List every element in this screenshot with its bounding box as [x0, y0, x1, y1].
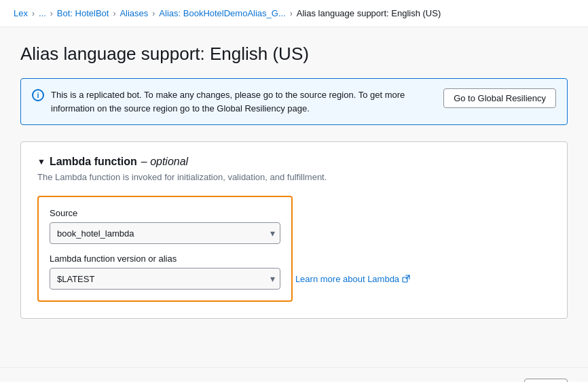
- source-select[interactable]: book_hotel_lambda: [50, 222, 280, 244]
- version-alias-select[interactable]: $LATEST: [50, 268, 280, 290]
- learn-more-text: Learn more about Lambda: [295, 274, 399, 284]
- save-button[interactable]: Save: [524, 379, 568, 382]
- cancel-button[interactable]: Cancel: [470, 379, 516, 382]
- breadcrumb-sep-2: ›: [50, 9, 53, 18]
- version-alias-label: Lambda function version or alias: [50, 254, 280, 264]
- breadcrumb-alias-name[interactable]: Alias: BookHotelDemoAlias_G...: [159, 8, 285, 18]
- version-select-wrapper: $LATEST ▾: [50, 268, 280, 290]
- section-title: Lambda function: [50, 156, 137, 168]
- lambda-section-card: ▼ Lambda function – optional The Lambda …: [20, 141, 568, 319]
- source-select-wrapper: book_hotel_lambda ▾: [50, 222, 280, 244]
- info-banner-text: This is a replicated bot. To make any ch…: [51, 88, 435, 115]
- breadcrumb-sep-5: ›: [290, 9, 293, 18]
- breadcrumb-current: Alias language support: English (US): [297, 8, 441, 18]
- breadcrumb-hotelbot[interactable]: Bot: HotelBot: [57, 8, 109, 18]
- learn-more-lambda-link[interactable]: Learn more about Lambda: [295, 274, 410, 284]
- breadcrumb-lex[interactable]: Lex: [14, 8, 28, 18]
- section-subtitle: The Lambda function is invoked for initi…: [37, 172, 551, 182]
- main-content: Alias language support: English (US) i T…: [0, 27, 588, 367]
- source-field: Source book_hotel_lambda ▾: [50, 208, 280, 244]
- breadcrumb-sep-1: ›: [32, 9, 35, 18]
- breadcrumb-sep-3: ›: [113, 9, 115, 18]
- breadcrumb: Lex › ... › Bot: HotelBot › Aliases › Al…: [0, 0, 588, 27]
- version-alias-field: Lambda function version or alias $LATEST…: [50, 254, 280, 290]
- section-header: ▼ Lambda function – optional: [37, 156, 551, 168]
- lambda-form-highlight: Source book_hotel_lambda ▾ Lambda functi…: [37, 196, 293, 302]
- breadcrumb-sep-4: ›: [152, 9, 155, 18]
- info-icon: i: [32, 89, 44, 101]
- info-banner: i This is a replicated bot. To make any …: [20, 78, 568, 125]
- source-label: Source: [50, 208, 280, 218]
- go-to-global-resiliency-button[interactable]: Go to Global Resiliency: [443, 88, 556, 108]
- footer-bar: Cancel Save: [0, 367, 588, 382]
- page-title: Alias language support: English (US): [20, 44, 568, 65]
- external-link-icon: [402, 275, 410, 283]
- chevron-icon[interactable]: ▼: [37, 157, 45, 167]
- breadcrumb-ellipsis[interactable]: ...: [39, 8, 46, 18]
- info-banner-left: i This is a replicated bot. To make any …: [32, 88, 435, 115]
- section-title-optional: – optional: [141, 156, 188, 168]
- breadcrumb-aliases[interactable]: Aliases: [120, 8, 148, 18]
